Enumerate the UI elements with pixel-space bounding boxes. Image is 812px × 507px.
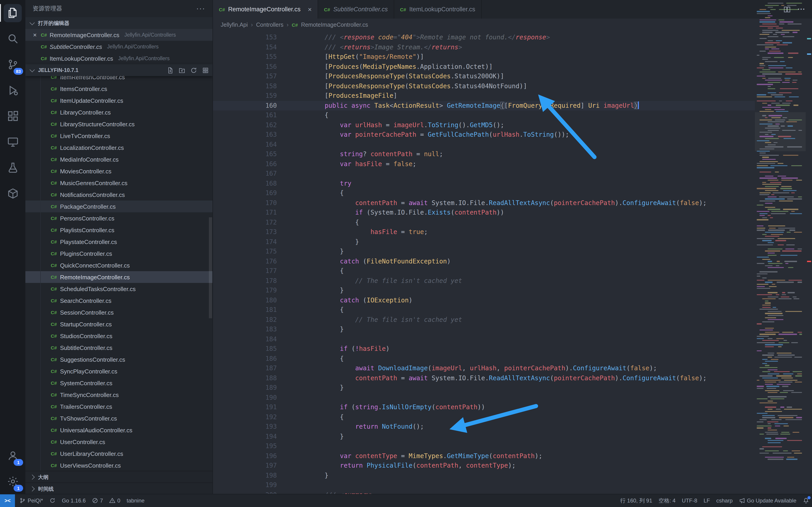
code-line-174[interactable]: 174 }: [213, 237, 755, 247]
file-SyncPlayController.cs[interactable]: C#SyncPlayController.cs: [26, 365, 212, 377]
open-editor-SubtitleController.cs[interactable]: C#SubtitleController.csJellyfin.Api/Cont…: [26, 41, 212, 53]
outline-section[interactable]: 大纲: [26, 471, 212, 483]
code-line-193[interactable]: 193 return NotFound();: [213, 422, 755, 432]
file-UserViewsController.cs[interactable]: C#UserViewsController.cs: [26, 459, 212, 471]
status-sync[interactable]: [46, 494, 59, 507]
code-line-187[interactable]: 187 await DownloadImage(imageUrl, urlHas…: [213, 363, 755, 373]
file-MediaInfoController.cs[interactable]: C#MediaInfoController.cs: [26, 154, 212, 165]
status-notifications[interactable]: [800, 494, 812, 507]
activity-source-control[interactable]: 83: [0, 52, 26, 77]
code-line-161[interactable]: 161 {: [213, 110, 755, 120]
breadcrumb-item[interactable]: Controllers: [256, 21, 284, 28]
code-line-186[interactable]: 186 {: [213, 354, 755, 363]
file-ItemRefreshController.cs[interactable]: C#ItemRefreshController.cs: [26, 76, 212, 83]
file-PackageController.cs[interactable]: C#PackageController.cs: [26, 201, 212, 212]
status-indentation[interactable]: 空格: 4: [655, 494, 679, 507]
code-line-156[interactable]: 156 [Produces(MediaTypeNames.Application…: [213, 62, 755, 71]
code-line-171[interactable]: 171 if (System.IO.File.Exists(contentPat…: [213, 208, 755, 218]
code-line-166[interactable]: 166 var hasFile = false;: [213, 159, 755, 169]
status-go-version[interactable]: Go 1.16.6: [59, 494, 89, 507]
code-line-165[interactable]: 165 string? contentPath = null;: [213, 150, 755, 159]
code-line-160[interactable]: 160 public async Task<ActionResult> GetR…: [213, 101, 755, 110]
file-SystemController.cs[interactable]: C#SystemController.cs: [26, 377, 212, 389]
new-folder-icon[interactable]: [179, 67, 185, 73]
code-line-183[interactable]: 183 }: [213, 325, 755, 334]
file-RemoteImageController.cs[interactable]: C#RemoteImageController.cs: [26, 271, 212, 283]
status-tabnine[interactable]: tabnine: [123, 494, 148, 507]
code-line-175[interactable]: 175 }: [213, 247, 755, 257]
file-PersonsController.cs[interactable]: C#PersonsController.cs: [26, 212, 212, 224]
breadcrumb-file[interactable]: RemoteImageController.cs: [301, 21, 368, 28]
code-line-178[interactable]: 178 // The file isn't cached yet: [213, 276, 755, 286]
code-line-154[interactable]: 154 /// <returns>Image Stream.</returns>: [213, 42, 755, 52]
code-line-198[interactable]: 198 }: [213, 470, 755, 480]
status-git-branch[interactable]: PeiQi*: [16, 494, 46, 507]
file-TvShowsController.cs[interactable]: C#TvShowsController.cs: [26, 412, 212, 424]
tab-RemoteImageController.cs[interactable]: C#RemoteImageController.cs×: [213, 0, 318, 18]
code-line-189[interactable]: 189 }: [213, 383, 755, 393]
file-StartupController.cs[interactable]: C#StartupController.cs: [26, 318, 212, 330]
new-file-icon[interactable]: [167, 67, 173, 73]
collapse-all-icon[interactable]: [202, 67, 209, 73]
minimap[interactable]: [755, 0, 806, 494]
code-line-184[interactable]: 184: [213, 334, 755, 344]
code-line-164[interactable]: 164: [213, 139, 755, 150]
activity-explorer[interactable]: [0, 0, 26, 26]
timeline-section[interactable]: 时间线: [26, 483, 212, 494]
activity-settings[interactable]: 1: [0, 468, 26, 494]
code-line-182[interactable]: 182 // The file isn't cached yet: [213, 315, 755, 325]
code-line-195[interactable]: 195: [213, 441, 755, 451]
file-UserController.cs[interactable]: C#UserController.cs: [26, 436, 212, 448]
open-editors-header[interactable]: 打开的编辑器: [26, 17, 212, 29]
code-line-199[interactable]: 199: [213, 480, 755, 490]
file-PluginsController.cs[interactable]: C#PluginsController.cs: [26, 247, 212, 260]
file-SessionController.cs[interactable]: C#SessionController.cs: [26, 306, 212, 318]
status-remote-indicator[interactable]: ><: [0, 494, 15, 507]
code-editor[interactable]: 153 /// <response code="404">Remote imag…: [213, 31, 755, 494]
close-icon[interactable]: ×: [308, 5, 312, 13]
file-ItemUpdateController.cs[interactable]: C#ItemUpdateController.cs: [26, 95, 212, 106]
code-line-190[interactable]: 190: [213, 393, 755, 402]
code-line-167[interactable]: 167: [213, 169, 755, 179]
code-line-192[interactable]: 192 {: [213, 412, 755, 422]
tab-ItemLookupController.cs[interactable]: C#ItemLookupController.cs: [394, 0, 482, 18]
more-actions-icon[interactable]: ···: [196, 4, 205, 13]
activity-run-and-debug[interactable]: [0, 77, 26, 103]
code-line-162[interactable]: 162 var urlHash = imageUrl.ToString().Ge…: [213, 120, 755, 130]
code-line-185[interactable]: 185 if (!hasFile): [213, 344, 755, 354]
code-line-197[interactable]: 197 return PhysicalFile(contentPath, con…: [213, 461, 755, 470]
code-line-169[interactable]: 169 {: [213, 188, 755, 198]
status-eol[interactable]: LF: [701, 494, 713, 507]
file-LibraryStructureController.cs[interactable]: C#LibraryStructureController.cs: [26, 118, 212, 130]
activity-search[interactable]: [0, 26, 26, 52]
code-line-191[interactable]: 191 if (string.IsNullOrEmpty(contentPath…: [213, 402, 755, 412]
file-QuickConnectController.cs[interactable]: C#QuickConnectController.cs: [26, 260, 212, 271]
code-line-188[interactable]: 188 contentPath = await System.IO.File.R…: [213, 373, 755, 383]
code-line-196[interactable]: 196 var contentType = MimeTypes.GetMimeT…: [213, 451, 755, 461]
open-editor-ItemLookupController.cs[interactable]: C#ItemLookupController.csJellyfin.Api/Co…: [26, 53, 212, 64]
file-UserLibraryController.cs[interactable]: C#UserLibraryController.cs: [26, 448, 212, 459]
code-line-168[interactable]: 168 try: [213, 179, 755, 188]
activity-accounts[interactable]: 1: [0, 443, 26, 468]
code-line-159[interactable]: 159 [ProducesImageFile]: [213, 91, 755, 101]
file-SearchController.cs[interactable]: C#SearchController.cs: [26, 295, 212, 306]
code-line-163[interactable]: 163 var pointerCachePath = GetFullCacheP…: [213, 130, 755, 139]
code-line-177[interactable]: 177 {: [213, 266, 755, 276]
file-StudiosController.cs[interactable]: C#StudiosController.cs: [26, 330, 212, 342]
code-line-155[interactable]: 155 [HttpGet("Images/Remote")]: [213, 52, 755, 62]
file-PlaystateController.cs[interactable]: C#PlaystateController.cs: [26, 236, 212, 247]
file-LibraryController.cs[interactable]: C#LibraryController.cs: [26, 106, 212, 118]
code-line-194[interactable]: 194 }: [213, 432, 755, 441]
file-SubtitleController.cs[interactable]: C#SubtitleController.cs: [26, 342, 212, 353]
code-line-180[interactable]: 180 catch (IOException): [213, 295, 755, 305]
sidebar-scrollbar[interactable]: [209, 217, 212, 318]
file-MusicGenresController.cs[interactable]: C#MusicGenresController.cs: [26, 177, 212, 189]
file-TimeSyncController.cs[interactable]: C#TimeSyncController.cs: [26, 389, 212, 401]
code-line-181[interactable]: 181 {: [213, 305, 755, 315]
code-line-172[interactable]: 172 {: [213, 218, 755, 227]
file-NotificationsController.cs[interactable]: C#NotificationsController.cs: [26, 189, 212, 201]
code-line-170[interactable]: 170 contentPath = await System.IO.File.R…: [213, 198, 755, 208]
status-language-mode[interactable]: csharp: [713, 494, 736, 507]
file-PlaylistsController.cs[interactable]: C#PlaylistsController.cs: [26, 224, 212, 236]
breadcrumb-item[interactable]: Jellyfin.Api: [221, 21, 248, 28]
